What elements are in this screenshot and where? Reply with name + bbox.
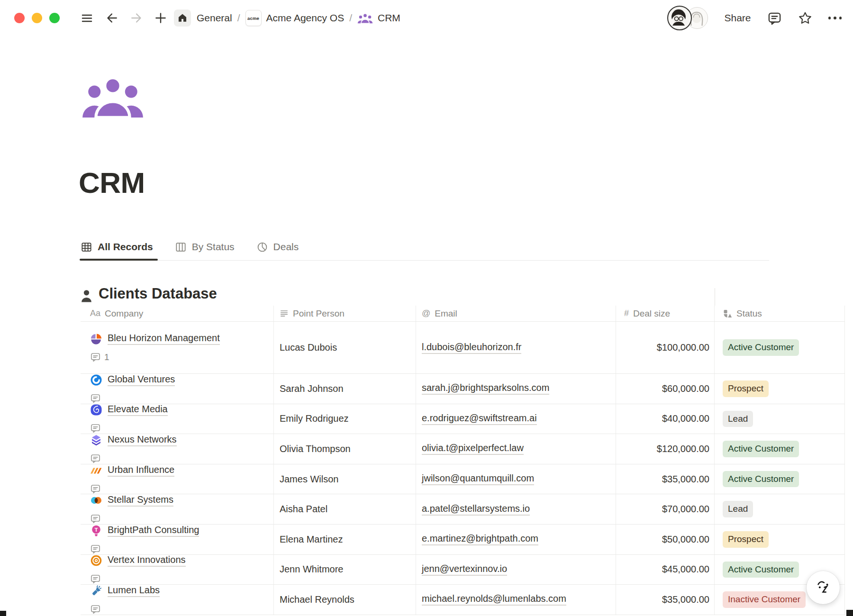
comment-count[interactable] [90,453,104,464]
collaborator-avatars[interactable] [667,6,708,30]
table-row[interactable]: Stellar Systems Aisha Patel a.patel@stel… [81,494,845,525]
company-cell[interactable]: Lumen Labs [81,585,274,615]
email-cell[interactable]: sarah.j@brightsparksolns.com [416,374,616,404]
status-badge[interactable]: Active Customer [723,339,799,356]
table-row[interactable]: Global Ventures Sarah Johnson sarah.j@br… [81,374,845,404]
email-link[interactable]: michael.reynolds@lumenlabs.com [422,593,566,606]
status-cell[interactable]: Active Customer [715,464,845,494]
comment-count[interactable] [90,573,104,584]
company-cell[interactable]: Elevate Media [81,404,274,434]
back-arrow-icon[interactable] [106,11,119,25]
company-cell[interactable]: Global Ventures [81,374,274,404]
company-link[interactable]: Lumen Labs [108,585,160,597]
notion-ai-button[interactable] [807,571,840,604]
deal-size-cell[interactable]: $100,000.00 [616,322,715,373]
company-cell[interactable]: Nexus Networks [81,434,274,464]
column-header-point-person[interactable]: Point Person [274,306,416,321]
home-breadcrumb-chip[interactable] [174,9,191,27]
column-header-email[interactable]: @ Email [416,306,616,321]
point-person-cell[interactable]: Sarah Johnson [274,374,416,404]
email-cell[interactable]: e.rodriguez@swiftstream.ai [416,404,616,434]
favorite-star-icon[interactable] [798,11,812,25]
email-cell[interactable]: a.patel@stellarsystems.io [416,494,616,524]
point-person-cell[interactable]: Olivia Thompson [274,434,416,464]
status-cell[interactable]: Active Customer [715,322,845,373]
company-link[interactable]: Global Ventures [108,374,175,386]
status-badge[interactable]: Lead [723,411,753,427]
email-link[interactable]: sarah.j@brightsparksolns.com [422,382,549,395]
more-options-icon[interactable] [828,17,842,19]
status-badge[interactable]: Active Customer [723,471,799,488]
deal-size-cell[interactable]: $45,000.00 [616,555,715,585]
point-person-cell[interactable]: Emily Rodriguez [274,404,416,434]
share-button[interactable]: Share [724,12,751,24]
table-row[interactable]: Elevate Media Emily Rodriguez e.rodrigue… [81,404,845,435]
column-header-deal-size[interactable]: # Deal size [616,306,715,321]
breadcrumb-crm[interactable]: CRM [357,12,400,24]
status-badge[interactable]: Inactive Customer [723,591,806,608]
deal-size-cell[interactable]: $70,000.00 [616,494,715,524]
close-window-button[interactable] [14,13,25,23]
status-cell[interactable]: Lead [715,494,845,524]
zoom-window-button[interactable] [49,13,60,23]
comment-count[interactable] [90,483,104,494]
company-cell[interactable]: T BrightPath Consulting [81,525,274,554]
comment-count[interactable] [90,544,104,554]
point-person-cell[interactable]: Michael Reynolds [274,585,416,615]
point-person-cell[interactable]: James Wilson [274,464,416,494]
status-cell[interactable]: Active Customer [715,434,845,464]
comment-count[interactable] [90,393,104,404]
column-header-company[interactable]: Aa Company [81,306,274,321]
column-header-status[interactable]: Status [715,306,845,321]
table-row[interactable]: Bleu Horizon Management 1 Lucas Dubois l… [81,322,845,374]
company-cell[interactable]: Urban Influence [81,464,274,494]
comment-count[interactable] [90,513,104,524]
comment-count[interactable] [90,604,104,615]
point-person-cell[interactable]: Jenn Whitmore [274,555,416,585]
comment-count[interactable]: 1 [90,352,109,362]
company-link[interactable]: BrightPath Consulting [108,525,199,537]
minimize-window-button[interactable] [32,13,42,23]
company-link[interactable]: Nexus Networks [108,434,177,446]
status-badge[interactable]: Active Customer [723,562,799,578]
page-icon-people[interactable] [80,76,146,118]
status-badge[interactable]: Lead [723,501,753,517]
company-link[interactable]: Bleu Horizon Management [108,333,220,345]
comments-icon[interactable] [767,11,782,26]
email-link[interactable]: l.dubois@bleuhorizon.fr [422,342,521,354]
company-cell[interactable]: Stellar Systems [81,494,274,524]
breadcrumb-acme-agency-os[interactable]: acme Acme Agency OS [245,10,345,26]
company-cell[interactable]: Vertex Innovations [81,555,274,585]
email-link[interactable]: jenn@vertexinnov.io [422,563,507,576]
status-badge[interactable]: Prospect [723,531,769,548]
deal-size-cell[interactable]: $50,000.00 [616,525,715,554]
company-cell[interactable]: Bleu Horizon Management 1 [81,322,274,373]
table-row[interactable]: Nexus Networks Olivia Thompson olivia.t@… [81,434,845,464]
email-cell[interactable]: olivia.t@pixelperfect.law [416,434,616,464]
table-row[interactable]: Urban Influence James Wilson jwilson@qua… [81,464,845,495]
forward-arrow-icon[interactable] [129,11,143,25]
deal-size-cell[interactable]: $120,000.00 [616,434,715,464]
status-cell[interactable]: Lead [715,404,845,434]
status-cell[interactable]: Prospect [715,525,845,554]
company-link[interactable]: Elevate Media [108,404,168,417]
company-link[interactable]: Urban Influence [108,464,174,477]
email-link[interactable]: e.martinez@brightpath.com [422,533,538,545]
email-link[interactable]: olivia.t@pixelperfect.law [422,443,524,455]
point-person-cell[interactable]: Lucas Dubois [274,322,416,373]
deal-size-cell[interactable]: $35,000.00 [616,464,715,494]
deal-size-cell[interactable]: $60,000.00 [616,374,715,404]
point-person-cell[interactable]: Elena Martinez [274,525,416,554]
table-row[interactable]: Lumen Labs Michael Reynolds michael.reyn… [81,585,845,615]
email-cell[interactable]: e.martinez@brightpath.com [416,525,616,554]
email-cell[interactable]: jwilson@quantumquill.com [416,464,616,494]
email-cell[interactable]: jenn@vertexinnov.io [416,555,616,585]
new-tab-plus-icon[interactable] [154,11,167,25]
point-person-cell[interactable]: Aisha Patel [274,494,416,524]
table-row[interactable]: Vertex Innovations Jenn Whitmore jenn@ve… [81,555,845,585]
sidebar-menu-icon[interactable] [81,12,93,25]
table-row[interactable]: T BrightPath Consulting Elena Martinez e… [81,525,845,555]
status-cell[interactable]: Prospect [715,374,845,404]
email-cell[interactable]: l.dubois@bleuhorizon.fr [416,322,616,373]
tab-deals[interactable]: Deals [256,233,299,261]
